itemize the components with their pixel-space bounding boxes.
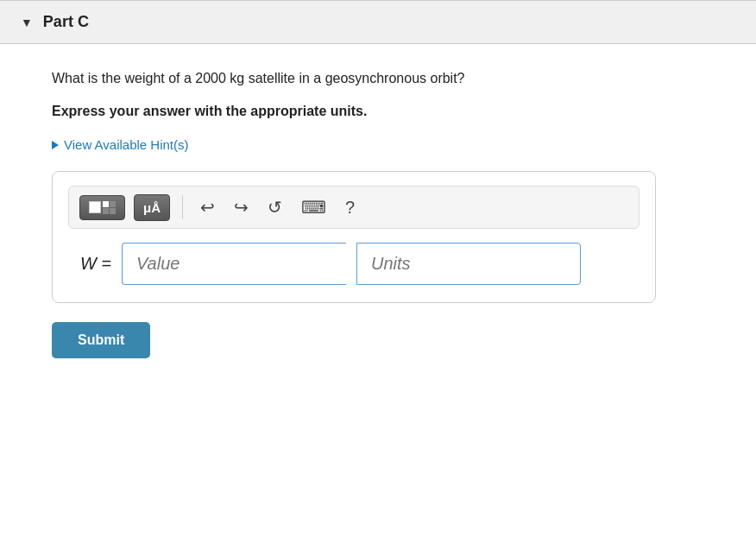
reset-button[interactable]: ↺ <box>262 193 287 221</box>
part-title: Part C <box>43 13 89 31</box>
input-row: W = <box>68 243 639 285</box>
help-button[interactable]: ? <box>340 194 360 221</box>
submit-button[interactable]: Submit <box>52 322 150 358</box>
redo-button[interactable]: ↪ <box>229 193 254 221</box>
mu-label: μÅ <box>143 200 161 215</box>
variable-label: W = <box>68 254 111 274</box>
content-area: What is the weight of a 2000 kg satellit… <box>0 44 756 383</box>
single-square-icon <box>89 201 101 213</box>
undo-icon: ↩ <box>200 197 215 218</box>
squares-button[interactable] <box>79 195 125 220</box>
part-header: ▼ Part C <box>0 0 756 44</box>
help-icon: ? <box>345 198 355 218</box>
squares-icon <box>89 201 116 214</box>
instruction-text: Express your answer with the appropriate… <box>52 101 704 122</box>
toolbar-separator <box>182 195 183 219</box>
value-input[interactable] <box>122 243 346 285</box>
toolbar: μÅ ↩ ↪ ↺ ⌨ ? <box>68 186 639 229</box>
submit-area: Submit <box>52 322 704 358</box>
hint-link[interactable]: View Available Hint(s) <box>52 137 704 152</box>
hint-link-label: View Available Hint(s) <box>64 137 189 152</box>
hint-arrow-icon <box>52 141 59 149</box>
collapse-arrow[interactable]: ▼ <box>21 16 33 29</box>
keyboard-icon: ⌨ <box>301 197 326 218</box>
units-input[interactable] <box>356 243 581 285</box>
answer-box: μÅ ↩ ↪ ↺ ⌨ ? <box>52 171 656 303</box>
keyboard-button[interactable]: ⌨ <box>296 193 331 221</box>
refresh-icon: ↺ <box>268 197 282 218</box>
question-text: What is the weight of a 2000 kg satellit… <box>52 68 704 89</box>
undo-button[interactable]: ↩ <box>195 193 220 221</box>
grid-squares-icon <box>103 201 116 214</box>
redo-icon: ↪ <box>234 197 249 218</box>
mu-button[interactable]: μÅ <box>134 194 170 221</box>
